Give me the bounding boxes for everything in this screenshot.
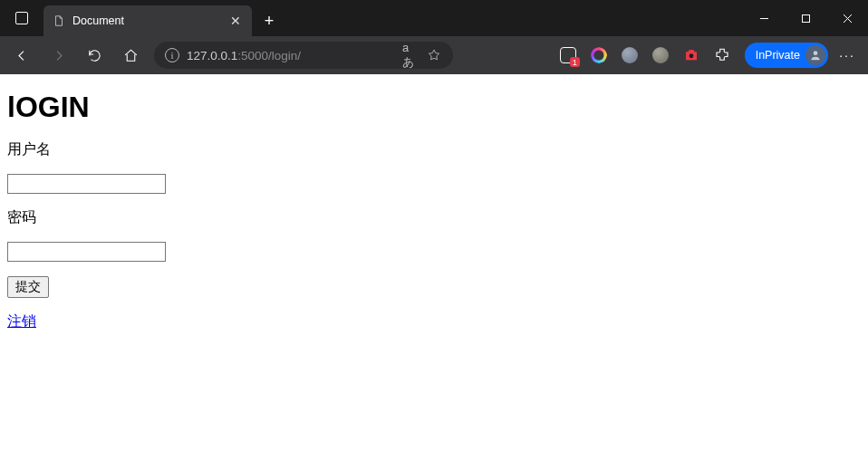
submit-button[interactable]: 提交 bbox=[7, 276, 49, 298]
extension-icon-3[interactable] bbox=[616, 42, 643, 69]
password-input[interactable] bbox=[7, 242, 166, 262]
extension-icon-2[interactable] bbox=[585, 42, 612, 69]
window-close-button[interactable] bbox=[826, 0, 868, 36]
forward-button[interactable] bbox=[42, 41, 74, 70]
svg-point-4 bbox=[689, 53, 693, 58]
logout-link[interactable]: 注销 bbox=[7, 313, 36, 329]
refresh-button[interactable] bbox=[78, 41, 111, 70]
svg-rect-1 bbox=[802, 14, 809, 22]
password-label: 密码 bbox=[7, 208, 861, 227]
site-info-icon[interactable]: i bbox=[165, 48, 179, 62]
settings-menu-button[interactable]: ··· bbox=[832, 48, 863, 62]
username-label: 用户名 bbox=[7, 140, 861, 159]
extension-icon-1[interactable] bbox=[555, 42, 582, 69]
svg-point-5 bbox=[814, 51, 818, 55]
new-tab-button[interactable]: + bbox=[256, 7, 283, 34]
address-bar[interactable]: i 127.0.0.1:5000/login/ aあ bbox=[154, 42, 453, 69]
translate-icon[interactable]: aあ bbox=[402, 47, 419, 63]
extensions-menu-icon[interactable] bbox=[709, 42, 736, 69]
favorites-icon[interactable] bbox=[426, 47, 442, 63]
tab-title: Document bbox=[72, 14, 221, 27]
toolbar: i 127.0.0.1:5000/login/ aあ bbox=[0, 36, 868, 74]
close-tab-button[interactable]: ✕ bbox=[228, 14, 243, 28]
back-button[interactable] bbox=[5, 41, 38, 70]
profile-avatar-icon bbox=[805, 45, 825, 65]
browser-tab[interactable]: Document ✕ bbox=[43, 5, 252, 36]
inprivate-badge[interactable]: InPrivate bbox=[745, 43, 828, 68]
page-viewport: lOGIN 用户名 密码 提交 注销 bbox=[0, 74, 868, 470]
inprivate-label: InPrivate bbox=[756, 49, 800, 62]
home-button[interactable] bbox=[114, 41, 147, 70]
titlebar: Document ✕ + bbox=[0, 0, 868, 36]
window-maximize-button[interactable] bbox=[785, 0, 826, 36]
extension-icon-camera[interactable] bbox=[678, 42, 705, 69]
page-heading: lOGIN bbox=[7, 91, 861, 124]
url-text: 127.0.0.1:5000/login/ bbox=[187, 49, 395, 62]
tab-actions-button[interactable] bbox=[0, 0, 43, 36]
window-minimize-button[interactable] bbox=[743, 0, 785, 36]
document-icon bbox=[53, 14, 65, 27]
username-input[interactable] bbox=[7, 174, 166, 194]
extension-icon-4[interactable] bbox=[647, 42, 674, 69]
